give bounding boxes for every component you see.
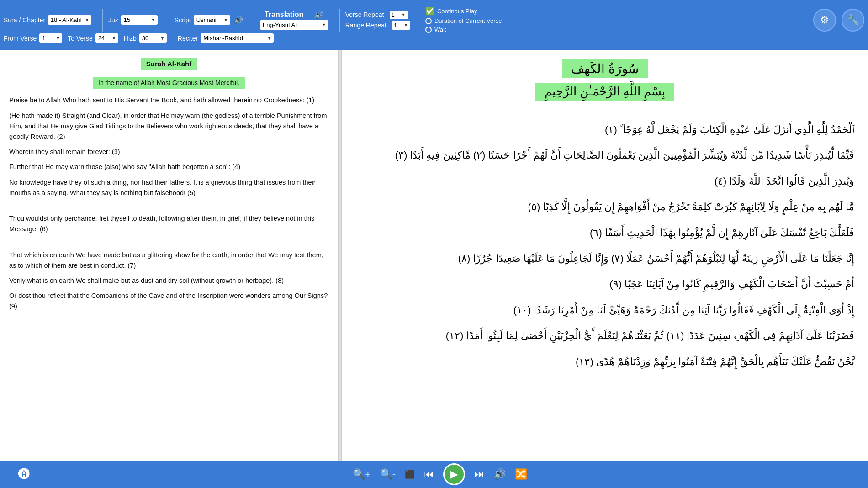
reciter-group: Reciter Mishari-Rashid — [178, 33, 274, 43]
to-verse-label: To Verse — [68, 35, 92, 42]
arabic-verse-2: قَيِّمًا لِّيُنذِرَ بَأْسًا شَدِيدًا مِّ… — [355, 144, 854, 166]
hizb-group: Hizb 30 — [124, 33, 167, 43]
script-speaker-icon[interactable]: 🔊 — [234, 16, 243, 24]
arabic-surah-title: سُورَةُ الكَهف — [562, 59, 648, 78]
reciter-label: Reciter — [178, 35, 198, 42]
settings-gear-btn[interactable]: ⚙ — [813, 9, 836, 32]
script-label: Script — [175, 16, 191, 24]
hizb-select[interactable]: 30 — [139, 33, 167, 43]
divider-2 — [169, 9, 169, 32]
script-group: Script Usmani 🔊 — [175, 15, 243, 25]
next-icon: ⏭ — [474, 468, 484, 480]
arabic-verse-5: فَلَعَلَّكَ بَاخِعٌ نَّفْسَكَ عَلَىٰ آثَ… — [355, 222, 854, 244]
arabic-verse-6: إِنَّا جَعَلْنَا مَا عَلَى الْأَرْضِ زِي… — [355, 248, 854, 270]
arabic-surah-title-wrapper: سُورَةُ الكَهف — [355, 59, 854, 83]
to-verse-select-wrapper[interactable]: 24 — [95, 33, 118, 43]
juz-select-wrapper[interactable]: 15 — [121, 15, 158, 25]
duration-verse-radio[interactable] — [425, 18, 432, 24]
range-repeat-select[interactable]: 1 2345 — [392, 21, 410, 30]
options-section: ✅ Continous Play Duration of Current Ver… — [425, 7, 502, 33]
header-row-2: From Verse 1 To Verse 24 Hizb 30 — [4, 32, 864, 45]
duration-verse-label: Duration of Current Verse — [434, 17, 502, 24]
verse-repeat-select[interactable]: 1 2345 — [390, 11, 408, 19]
toolbar-left: 🅐 — [18, 467, 30, 482]
volume-btn[interactable]: 🔊 — [493, 468, 506, 480]
verse-repeat-select-wrapper[interactable]: 1 2345 — [390, 11, 408, 19]
arabic-verse-4: مَّا لَهُم بِهِ مِنْ عِلْمٍ وَلَا لِآبَا… — [355, 196, 854, 218]
divider-1 — [102, 9, 103, 32]
juz-select[interactable]: 15 — [121, 15, 158, 25]
translation-select-wrapper[interactable]: Eng-Yusuf Ali — [260, 20, 328, 30]
hizb-label: Hizb — [124, 35, 137, 42]
hizb-select-wrapper[interactable]: 30 — [139, 33, 167, 43]
reciter-select[interactable]: Mishari-Rashid — [201, 33, 274, 43]
continuous-play-label: Continous Play — [437, 8, 477, 15]
header-row-1: Sura / Chapter 18 - Al-Kahf Juz 15 Scrip… — [4, 5, 864, 35]
shuffle-icon: 🔀 — [515, 468, 527, 480]
volume-icon: 🔊 — [493, 468, 506, 480]
to-verse-group: To Verse 24 — [68, 33, 118, 43]
repeat-section: Verse Repeat 1 2345 Range Repeat 1 2345 — [345, 11, 410, 30]
verse-2: (He hath made it) Straight (and Clear), … — [9, 111, 328, 143]
from-verse-label: From Verse — [4, 35, 37, 42]
right-panel: سُورَةُ الكَهف بِسْمِ اللَّهِ الرَّحْمَـ… — [342, 50, 868, 461]
play-btn[interactable]: ▶ — [443, 463, 465, 485]
next-btn[interactable]: ⏭ — [474, 468, 484, 480]
zoom-out-btn[interactable]: 🔍- — [380, 468, 396, 480]
reciter-select-wrapper[interactable]: Mishari-Rashid — [201, 33, 274, 43]
bottom-toolbar: 🅐 🔍+ 🔍- ⬛ ⏮ ▶ ⏭ 🔊 🔀 — [0, 461, 868, 488]
verse-repeat-label: Verse Repeat — [345, 11, 384, 18]
left-panel: Surah Al-Kahf In the name of Allah Most … — [0, 50, 338, 461]
arabic-verse-1: ٱلْحَمْدُ لِلَّهِ الَّذِي أَنزَلَ عَلَىٰ… — [355, 119, 854, 141]
arabic-verse-3: وَيُنذِرَ الَّذِينَ قَالُوا اتَّخَذَ الل… — [355, 170, 854, 192]
arabic-verse-10: نَّحْنُ نَقُصُّ عَلَيْكَ نَبَأَهُم بِالْ… — [355, 351, 854, 373]
verse-8: Verily what is on earth We shall make bu… — [9, 276, 328, 286]
from-verse-select[interactable]: 1 — [39, 33, 62, 43]
prev-btn[interactable]: ⏮ — [424, 468, 434, 480]
juz-group: Juz 15 — [108, 15, 158, 25]
divider-3 — [254, 9, 254, 32]
range-repeat-label: Range Repeat — [345, 21, 386, 29]
translation-label: Translation — [265, 11, 303, 19]
arabic-verse-7: أَمْ حَسِبْتَ أَنَّ أَصْحَابَ الْكَهْفِ … — [355, 273, 854, 295]
stop-btn[interactable]: ⬛ — [405, 469, 415, 479]
sura-group: Sura / Chapter 18 - Al-Kahf — [4, 15, 91, 25]
header: Sura / Chapter 18 - Al-Kahf Juz 15 Scrip… — [0, 0, 868, 50]
verse-1: Praise be to Allah Who hath sent to His … — [9, 95, 328, 106]
verse-6: Thou wouldst only perchance, fret thysel… — [9, 213, 328, 234]
translation-speaker-icon[interactable]: 🔊 — [314, 11, 323, 19]
range-repeat-row: Range Repeat 1 2345 — [345, 21, 410, 30]
verse-9: Or dost thou reflect that the Companions… — [9, 291, 328, 312]
advanced-settings-btn[interactable]: 🔧 — [842, 9, 864, 32]
shuffle-btn[interactable]: 🔀 — [515, 468, 527, 480]
stop-icon: ⬛ — [405, 469, 415, 479]
sura-select[interactable]: 18 - Al-Kahf — [48, 15, 91, 25]
arabic-verse-9: فَضَرَبْنَا عَلَىٰ آذَانِهِمْ فِي الْكَه… — [355, 325, 854, 347]
from-verse-select-wrapper[interactable]: 1 — [39, 33, 62, 43]
to-verse-select[interactable]: 24 — [95, 33, 118, 43]
prev-icon: ⏮ — [424, 468, 434, 480]
verse-5: No knowledge have they of such a thing, … — [9, 177, 328, 198]
continuous-play-check-icon[interactable]: ✅ — [425, 7, 434, 16]
script-select[interactable]: Usmani — [194, 15, 230, 25]
range-repeat-select-wrapper[interactable]: 1 2345 — [392, 21, 410, 30]
arabic-bismillah-wrapper: بِسْمِ اللَّهِ الرَّحْمَـٰنِ الرَّحِيمِ — [355, 83, 854, 110]
script-select-wrapper[interactable]: Usmani — [194, 15, 230, 25]
logo-btn[interactable]: 🅐 — [18, 467, 30, 482]
divider-5 — [416, 9, 416, 32]
translation-select[interactable]: Eng-Yusuf Ali — [260, 20, 328, 30]
zoom-in-btn[interactable]: 🔍+ — [353, 468, 371, 480]
sura-select-wrapper[interactable]: 18 - Al-Kahf — [48, 15, 91, 25]
main-content: Surah Al-Kahf In the name of Allah Most … — [0, 50, 868, 461]
bismillah-text: In the name of Allah Most Gracious Most … — [93, 77, 245, 89]
arabic-verse-8: إِذْ أَوَى الْفِتْيَةُ إِلَى الْكَهْفِ ف… — [355, 299, 854, 321]
logo-icon: 🅐 — [18, 467, 30, 482]
surah-title-wrapper: Surah Al-Kahf — [9, 58, 328, 74]
arabic-bismillah: بِسْمِ اللَّهِ الرَّحْمَـٰنِ الرَّحِيمِ — [535, 83, 675, 101]
translation-group: Translation 🔊 Eng-Yusuf Ali — [260, 11, 328, 30]
zoom-in-icon: 🔍+ — [353, 468, 371, 480]
verse-repeat-row: Verse Repeat 1 2345 — [345, 11, 410, 19]
duration-verse-row: Duration of Current Verse — [425, 17, 502, 24]
sura-label: Sura / Chapter — [4, 16, 45, 24]
verse-4: Further that He may warn those (also) wh… — [9, 162, 328, 172]
